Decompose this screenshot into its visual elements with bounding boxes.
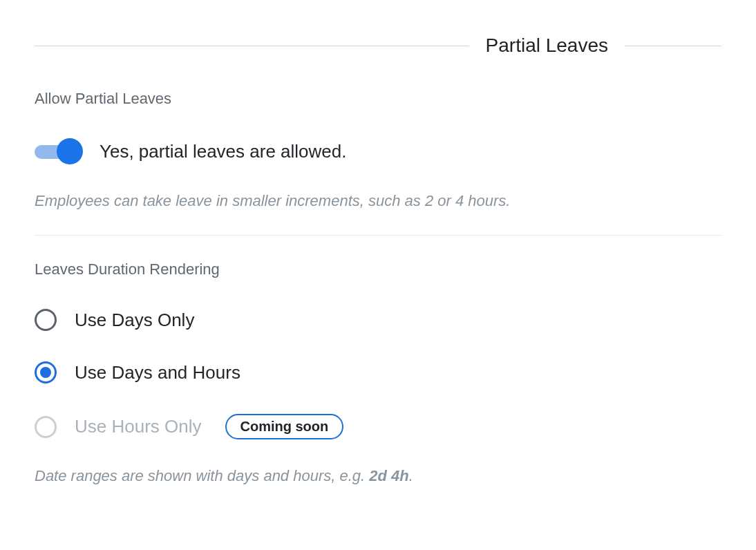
allow-partial-leaves-label: Allow Partial Leaves bbox=[35, 90, 721, 108]
allow-partial-leaves-row: Yes, partial leaves are allowed. bbox=[35, 138, 721, 164]
divider-line-right bbox=[625, 46, 721, 46]
toggle-thumb bbox=[57, 138, 83, 164]
divider-line-left bbox=[35, 46, 469, 46]
radio-option-days-only[interactable]: Use Days Only bbox=[35, 309, 721, 331]
section-header: Partial Leaves bbox=[35, 35, 721, 57]
help-bold-example: 2d 4h bbox=[369, 467, 408, 484]
duration-rendering-help: Date ranges are shown with days and hour… bbox=[35, 467, 721, 485]
radio-label: Use Days and Hours bbox=[75, 362, 240, 383]
divider bbox=[35, 235, 721, 236]
radio-label: Use Hours Only bbox=[75, 416, 202, 437]
duration-rendering-radio-group: Use Days Only Use Days and Hours Use Hou… bbox=[35, 309, 721, 439]
radio-inner-dot bbox=[40, 367, 51, 378]
duration-rendering-label: Leaves Duration Rendering bbox=[35, 260, 721, 278]
radio-option-days-and-hours[interactable]: Use Days and Hours bbox=[35, 361, 721, 383]
radio-button[interactable] bbox=[35, 361, 57, 383]
help-suffix: . bbox=[409, 467, 413, 484]
coming-soon-badge: Coming soon bbox=[225, 414, 344, 439]
allow-partial-leaves-toggle[interactable] bbox=[35, 138, 83, 164]
allow-partial-leaves-toggle-label: Yes, partial leaves are allowed. bbox=[100, 141, 346, 162]
radio-option-hours-only: Use Hours Only Coming soon bbox=[35, 414, 721, 439]
radio-button bbox=[35, 416, 57, 438]
radio-label: Use Days Only bbox=[75, 310, 194, 331]
section-title: Partial Leaves bbox=[469, 35, 625, 57]
radio-button[interactable] bbox=[35, 309, 57, 331]
help-prefix: Date ranges are shown with days and hour… bbox=[35, 467, 369, 484]
allow-partial-leaves-help: Employees can take leave in smaller incr… bbox=[35, 192, 721, 210]
